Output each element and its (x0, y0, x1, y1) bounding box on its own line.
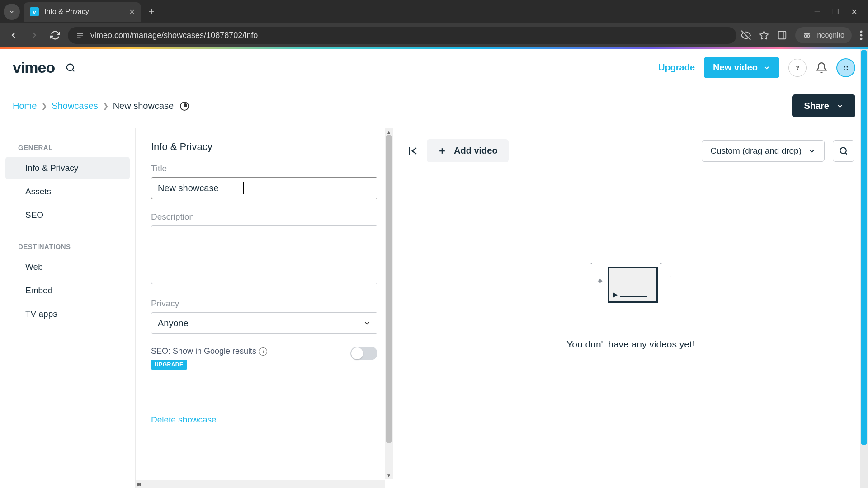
seo-toggle-label: SEO: Show in Google results i (151, 347, 267, 356)
svg-line-18 (845, 152, 847, 154)
svg-point-5 (807, 35, 810, 37)
new-tab-button[interactable]: + (141, 5, 162, 18)
site-info-icon (76, 31, 84, 39)
chevron-down-icon (836, 103, 844, 110)
svg-point-8 (860, 38, 863, 40)
incognito-label: Incognito (815, 31, 844, 39)
svg-point-11 (797, 69, 798, 70)
empty-state-graphic: · ✦ · ✦ · (585, 258, 676, 312)
menu-icon[interactable] (860, 30, 863, 40)
sidebar-item-tv-apps[interactable]: TV apps (5, 303, 130, 325)
breadcrumb-home[interactable]: Home (13, 101, 37, 111)
upgrade-link[interactable]: Upgrade (658, 62, 695, 73)
side-panel-icon[interactable] (777, 30, 787, 40)
sidebar-item-embed[interactable]: Embed (5, 279, 130, 302)
svg-line-10 (73, 70, 75, 71)
arrow-left-icon (9, 30, 19, 40)
help-button[interactable] (788, 59, 807, 77)
close-window-button[interactable]: ✕ (851, 8, 857, 16)
svg-point-7 (860, 34, 863, 37)
upgrade-badge[interactable]: UPGRADE (151, 360, 187, 370)
share-label: Share (804, 101, 829, 111)
vimeo-favicon: v (30, 7, 39, 16)
add-video-button[interactable]: Add video (427, 139, 509, 162)
videos-panel: Add video Custom (drag and drop) · ✦ · ✦… (393, 128, 868, 488)
browser-tab[interactable]: v Info & Privacy × (24, 2, 141, 22)
chevron-down-icon (763, 64, 770, 71)
title-input[interactable] (151, 177, 377, 199)
incognito-icon (802, 31, 811, 40)
address-bar: vimeo.com/manage/showcases/10878702/info… (0, 23, 868, 47)
privacy-label: Privacy (151, 299, 377, 309)
tab-title: Info & Privacy (44, 8, 124, 16)
sidebar-header-destinations: DESTINATIONS (0, 238, 135, 255)
incognito-badge[interactable]: Incognito (795, 27, 852, 43)
title-label: Title (151, 164, 377, 174)
close-tab-button[interactable]: × (129, 7, 135, 17)
site-header: vimeo Upgrade New video (0, 49, 868, 86)
search-videos-button[interactable] (833, 140, 854, 162)
url-text: vimeo.com/manage/showcases/10878702/info (90, 31, 258, 40)
horizontal-scrollbar[interactable]: ◀ ▶ (136, 480, 385, 488)
breadcrumb: Home ❯ Showcases ❯ New showcase Share (0, 86, 868, 128)
sidebar-item-seo[interactable]: SEO (5, 204, 130, 226)
scroll-right-icon: ▶ (136, 480, 143, 488)
breadcrumb-showcases[interactable]: Showcases (52, 101, 98, 111)
chevron-right-icon: ❯ (103, 102, 108, 110)
privacy-status-icon[interactable] (180, 102, 189, 111)
new-video-button[interactable]: New video (704, 57, 779, 78)
collapse-panel-icon[interactable] (407, 145, 419, 157)
share-button[interactable]: Share (792, 94, 855, 117)
sidebar-header-general: GENERAL (0, 139, 135, 156)
vimeo-logo[interactable]: vimeo (13, 59, 55, 76)
back-button[interactable] (5, 27, 22, 43)
bookmark-star-icon[interactable] (759, 30, 769, 40)
eye-off-icon[interactable] (741, 30, 751, 40)
browser-tab-bar: v Info & Privacy × + ─ ❐ ✕ (0, 0, 868, 23)
svg-point-6 (860, 31, 863, 33)
vertical-scrollbar[interactable]: ▲ ▼ (385, 128, 393, 479)
add-video-label: Add video (454, 145, 498, 156)
svg-rect-2 (778, 32, 786, 39)
settings-sidebar: GENERAL Info & Privacy Assets SEO DESTIN… (0, 128, 136, 488)
user-avatar[interactable] (836, 58, 855, 77)
new-video-label: New video (713, 62, 758, 73)
description-input[interactable] (151, 225, 377, 284)
page-scroll-thumb[interactable] (861, 50, 867, 445)
chevron-right-icon: ❯ (41, 102, 47, 110)
svg-point-12 (844, 66, 845, 67)
sidebar-item-assets[interactable]: Assets (5, 180, 130, 203)
bell-icon[interactable] (816, 62, 827, 74)
reload-button[interactable] (47, 27, 63, 43)
seo-toggle[interactable] (350, 347, 377, 360)
search-icon[interactable] (66, 63, 75, 73)
scroll-down-icon: ▼ (385, 472, 393, 479)
sidebar-item-info-privacy[interactable]: Info & Privacy (5, 157, 130, 179)
info-icon[interactable]: i (259, 347, 267, 356)
chevron-down-icon (808, 147, 816, 155)
svg-point-9 (67, 64, 74, 70)
arrow-right-icon (29, 30, 39, 40)
minimize-button[interactable]: ─ (815, 8, 820, 16)
chevron-down-icon (9, 9, 15, 15)
url-input[interactable]: vimeo.com/manage/showcases/10878702/info (68, 27, 736, 44)
sidebar-item-web[interactable]: Web (5, 256, 130, 278)
tab-search-button[interactable] (4, 4, 20, 20)
text-cursor (243, 182, 244, 194)
panel-title: Info & Privacy (151, 141, 377, 153)
forward-button[interactable] (26, 27, 42, 43)
breadcrumb-current: New showcase (113, 101, 174, 111)
privacy-select[interactable]: Anyone (151, 312, 377, 334)
page-scrollbar[interactable] (860, 49, 868, 488)
svg-point-4 (804, 35, 807, 37)
scroll-thumb[interactable] (386, 135, 392, 443)
sort-select[interactable]: Custom (drag and drop) (702, 140, 825, 162)
empty-state: · ✦ · ✦ · You don't have any videos yet! (393, 173, 868, 488)
delete-showcase-link[interactable]: Delete showcase (151, 415, 217, 425)
sort-label: Custom (drag and drop) (710, 146, 802, 156)
description-label: Description (151, 212, 377, 222)
svg-point-13 (847, 66, 848, 67)
empty-state-text: You don't have any videos yet! (566, 339, 694, 350)
svg-marker-1 (760, 31, 768, 39)
maximize-button[interactable]: ❐ (832, 8, 839, 16)
